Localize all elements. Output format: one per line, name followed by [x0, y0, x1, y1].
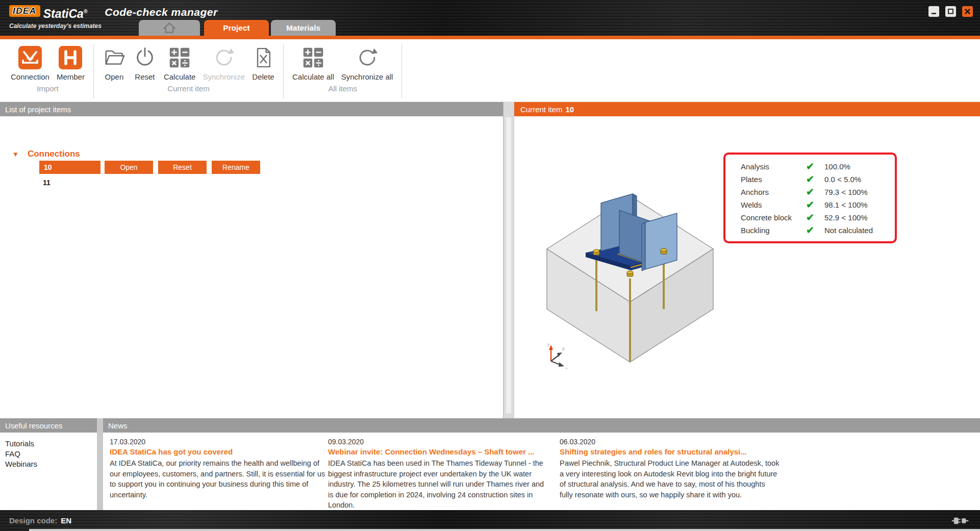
result-label: Concrete block	[741, 213, 806, 222]
synchronize-icon	[212, 44, 236, 71]
news-item: 09.03.2020 Webinar invite: Connection We…	[328, 438, 548, 511]
close-icon	[963, 7, 972, 16]
result-row-welds: Welds ✔ 98.1 < 100%	[741, 198, 895, 211]
ribbon-group-label: All items	[328, 84, 357, 93]
ribbon-group-divider	[401, 44, 402, 98]
close-button[interactable]	[962, 6, 973, 17]
ribbon-button-label: Synchronize	[203, 72, 245, 81]
news-title-link[interactable]: IDEA StatiCa has got you covered	[110, 447, 330, 456]
connection-import-button[interactable]: Connection	[8, 43, 52, 82]
svg-text:z: z	[547, 342, 550, 347]
idea-logo: IDEA	[9, 5, 40, 17]
calculate-all-icon	[302, 44, 324, 71]
item-rename-button[interactable]: Rename	[212, 161, 260, 174]
statica-logo: StatiCa®	[43, 5, 88, 20]
check-pass-icon: ✔	[806, 187, 824, 197]
collapse-triangle-icon[interactable]: ▼	[12, 151, 19, 158]
svg-text:x: x	[565, 366, 568, 369]
tree-group-connections[interactable]: ▼ Connections	[12, 149, 80, 159]
tab-project-label: Project	[223, 23, 250, 33]
result-value: 79.3 < 100%	[824, 188, 895, 196]
news-body: IDEA StatiCa has been used in The Thames…	[328, 458, 548, 511]
news-title-link[interactable]: Webinar invite: Connection Wednesdays – …	[328, 447, 548, 456]
news-item: 17.03.2020 IDEA StatiCa has got you cove…	[110, 438, 330, 500]
project-items-panel-header: List of project items	[0, 102, 503, 116]
ribbon-button-label: Connection	[11, 72, 49, 81]
ribbon-group-current-item: Open Reset	[94, 39, 283, 102]
tree-item-10[interactable]: 10	[39, 161, 100, 174]
current-item-panel: Current item 10	[514, 102, 980, 418]
current-item-panel-header: Current item 10	[514, 102, 980, 116]
ribbon-group-import: Connection Member Import	[2, 39, 93, 102]
registered-mark: ®	[84, 9, 87, 14]
app-title: Code-check manager	[105, 5, 217, 19]
ribbon-toolbar: Connection Member Import	[0, 39, 980, 102]
check-pass-icon: ✔	[806, 200, 824, 210]
check-pass-icon: ✔	[806, 162, 824, 171]
ribbon-accent-strip	[0, 36, 980, 39]
check-pass-icon: ✔	[806, 174, 824, 184]
left-panel-scrollbar[interactable]	[503, 102, 514, 418]
check-pass-icon: ✔	[806, 225, 824, 235]
maximize-button[interactable]	[945, 6, 956, 17]
tab-materials-label: Materials	[286, 23, 320, 33]
result-row-concrete-block: Concrete block ✔ 52.9 < 100%	[741, 211, 895, 224]
current-item-value: 10	[566, 105, 574, 114]
item-reset-button[interactable]: Reset	[158, 161, 207, 174]
result-row-plates: Plates ✔ 0.0 < 5.0%	[741, 173, 895, 186]
power-reset-icon	[133, 44, 157, 71]
svg-text:y: y	[562, 346, 565, 351]
ribbon-button-label: Reset	[135, 72, 155, 81]
window-bottom-edge	[29, 529, 980, 531]
member-import-button[interactable]: Member	[54, 43, 87, 82]
design-code-value: EN	[61, 516, 71, 525]
tab-project[interactable]: Project	[204, 20, 269, 36]
link-tutorials[interactable]: Tutorials	[5, 439, 97, 448]
tab-materials[interactable]: Materials	[271, 20, 336, 36]
result-label: Plates	[741, 175, 806, 184]
result-label: Anchors	[741, 188, 806, 196]
member-import-icon	[59, 44, 82, 71]
open-button[interactable]: Open	[100, 43, 129, 82]
calculate-all-button[interactable]: Calculate all	[290, 43, 337, 82]
ribbon-button-label: Open	[105, 72, 124, 81]
maximize-icon	[946, 7, 956, 16]
open-folder-icon	[103, 44, 126, 71]
ribbon-button-label: Delete	[252, 72, 274, 81]
scrollbar-thumb[interactable]	[506, 117, 511, 413]
3d-viewport[interactable]: z y x	[541, 193, 719, 369]
statusbar: Design code: EN	[0, 510, 980, 531]
synchronize-all-icon	[356, 44, 379, 71]
ribbon-button-label: Calculate	[164, 72, 196, 81]
delete-document-icon	[252, 44, 274, 71]
ribbon-button-label: Member	[57, 72, 85, 81]
calculate-button[interactable]: Calculate	[161, 43, 198, 82]
current-item-label: Current item	[520, 105, 563, 114]
result-row-buckling: Buckling ✔ Not calculated	[741, 224, 895, 237]
tab-home[interactable]	[139, 20, 200, 36]
synchronize-button[interactable]: Synchronize	[200, 43, 247, 82]
news-item: 06.03.2020 Shifting strategies and roles…	[560, 438, 780, 500]
news-date: 06.03.2020	[560, 438, 780, 446]
home-icon	[162, 21, 177, 35]
tree-item-11[interactable]: 11	[43, 179, 51, 187]
reset-button[interactable]: Reset	[131, 43, 159, 82]
link-webinars[interactable]: Webinars	[5, 460, 97, 468]
minimize-button[interactable]	[928, 6, 939, 17]
connection-import-icon	[18, 44, 42, 71]
project-items-panel: List of project items ▼ Connections 10 O…	[0, 102, 503, 418]
ribbon-button-label: Synchronize all	[341, 72, 393, 81]
ribbon-group-label: Current item	[167, 84, 210, 93]
link-faq[interactable]: FAQ	[5, 449, 97, 458]
news-body: Pawel Piechnik, Structural Product Line …	[560, 458, 780, 500]
synchronize-all-button[interactable]: Synchronize all	[339, 43, 396, 82]
tree-group-label: Connections	[28, 149, 80, 159]
news-header: News	[103, 418, 980, 433]
result-value: 0.0 < 5.0%	[824, 175, 895, 184]
delete-button[interactable]: Delete	[249, 43, 277, 82]
plug-disconnected-icon[interactable]	[951, 516, 969, 526]
news-title-link[interactable]: Shifting strategies and roles for struct…	[560, 447, 780, 456]
item-open-button[interactable]: Open	[105, 161, 153, 174]
window-controls	[928, 6, 973, 17]
calculate-icon	[168, 44, 191, 71]
